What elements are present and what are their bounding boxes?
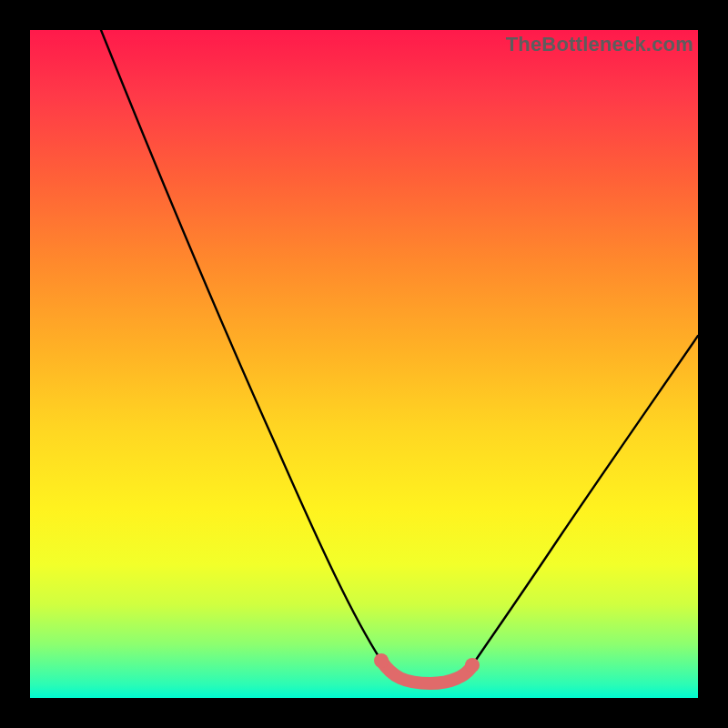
highlight-path [381,661,472,683]
chart-svg [30,30,698,698]
plot-area [30,30,698,698]
curve-path [101,30,698,683]
highlight-end-left [374,653,389,668]
watermark-text: TheBottleneck.com [506,33,693,56]
highlight-end-right [465,658,480,672]
chart-frame: TheBottleneck.com [0,0,728,728]
